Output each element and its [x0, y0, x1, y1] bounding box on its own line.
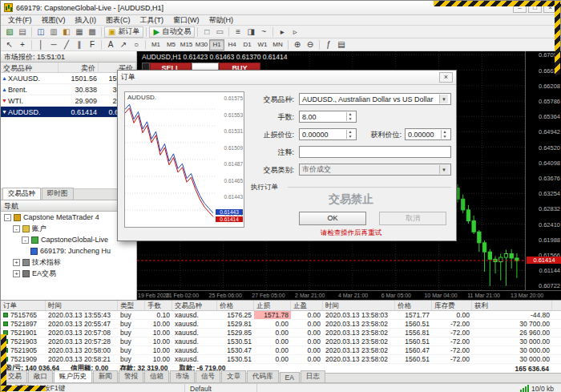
cursor-button[interactable]: ↖ — [3, 39, 16, 51]
tab-文章[interactable]: 文章 — [221, 370, 246, 382]
timeframe-m30[interactable]: M30 — [194, 39, 209, 51]
tree-item[interactable]: -Capstone MetaTrader 4 — [1, 212, 136, 223]
history-column-header[interactable]: 手数 — [145, 301, 172, 310]
tab-警报[interactable]: 警报 — [119, 370, 143, 382]
tab-信箱[interactable]: 信箱 — [144, 370, 169, 382]
order-type-select[interactable]: 市价成交 ▼ — [299, 164, 451, 176]
tab-敞口[interactable]: 敞口 — [28, 370, 53, 382]
menu-item[interactable]: 插入(I) — [71, 15, 102, 26]
history-column-header[interactable]: 时间 — [323, 301, 395, 310]
tab-信号[interactable]: 信号 — [196, 370, 220, 382]
navigator-button[interactable]: ◧ — [60, 26, 73, 38]
history-column-header[interactable]: 类型 — [118, 301, 145, 310]
profiles-button[interactable]: ▤ — [16, 26, 29, 38]
expander-minus-icon[interactable]: - — [13, 225, 20, 232]
chart-type-candles-button[interactable]: ◨ — [244, 26, 257, 38]
tab-EA[interactable]: EA — [280, 372, 300, 382]
expander-minus-icon[interactable]: - — [22, 236, 29, 244]
zoom-in-button[interactable]: ⊕ — [291, 39, 304, 51]
tab-代码库[interactable]: 代码库 — [247, 370, 279, 382]
expander-minus-icon[interactable]: - — [4, 214, 11, 221]
table-row[interactable]: 75218972020.03.13 20:55:47buy10.00xauusd… — [1, 320, 561, 329]
print-button[interactable]: ▭ — [213, 26, 226, 38]
chart-type-line-button[interactable]: ~ — [257, 26, 270, 38]
table-row[interactable]: 75219012020.03.13 20:57:08buy10.00xauusd… — [1, 329, 561, 337]
history-column-header[interactable]: 时间 — [46, 301, 118, 310]
tab-账户历史[interactable]: 账户历史 — [54, 370, 92, 382]
spinner-icon[interactable]: ▲▼ — [346, 130, 353, 139]
timeframe-m15[interactable]: M15 — [179, 39, 194, 51]
table-row[interactable]: 75219052020.03.13 20:58:00buy10.00xauusd… — [1, 346, 561, 355]
timeframe-m1[interactable]: M1 — [148, 39, 163, 51]
templates-button[interactable]: ▤ — [335, 39, 348, 51]
tree-item[interactable]: -CapstoneGlobal-Live — [1, 234, 136, 245]
shapes-button[interactable]: ○ — [130, 39, 143, 51]
dialog-close-icon[interactable]: × — [439, 72, 453, 83]
tree-item[interactable]: +EA交易 — [1, 268, 136, 279]
table-row[interactable]: 75219032020.03.13 20:57:28buy10.00xauusd… — [1, 337, 561, 346]
history-column-header[interactable]: 价格 — [217, 301, 254, 310]
price-axis[interactable]: 0.670520.666300.662080.657860.653640.649… — [525, 51, 561, 290]
tree-item[interactable]: +技术指标 — [1, 257, 136, 268]
timeframe-d1[interactable]: D1 — [240, 39, 255, 51]
text-label-button[interactable]: A — [104, 39, 117, 51]
channel-button[interactable]: ∥ — [73, 39, 86, 51]
tree-item[interactable]: 669179: Juncheng Hu — [1, 245, 136, 257]
menu-item[interactable]: 文件(F) — [3, 15, 37, 26]
new-order-button[interactable]: ▣新订单 — [104, 26, 143, 38]
menu-item[interactable]: 图表(C) — [101, 15, 135, 26]
autotrading-button[interactable]: ▶自动交易 — [149, 26, 195, 38]
tab-即时图[interactable]: 即时图 — [42, 188, 74, 200]
market-watch-row[interactable]: ▼WTI.29.90929.959 — [1, 95, 136, 107]
market-watch-button[interactable]: ◫ — [34, 26, 47, 38]
strategy-tester-button[interactable]: ▩ — [86, 26, 99, 38]
indicators-list-button[interactable]: ƒ — [322, 39, 335, 51]
table-row[interactable]: 75157652020.03.13 13:55:43buy0.10xauusd.… — [1, 311, 561, 320]
terminal-button[interactable]: ▦ — [73, 26, 86, 38]
fibonacci-button[interactable]: F — [86, 39, 99, 51]
volume-stepper[interactable]: 8.00 ▲▼ — [299, 111, 357, 123]
tab-市场[interactable]: 市场 — [170, 370, 195, 382]
menu-item[interactable]: 工具(T) — [135, 15, 169, 26]
table-row[interactable]: 75219092020.03.13 20:58:21buy10.00xauusd… — [1, 355, 561, 364]
timeframe-w1[interactable]: W1 — [255, 39, 270, 51]
ok-button[interactable]: OK — [299, 212, 366, 225]
tree-item[interactable]: -账户 — [1, 223, 136, 234]
spinner-icon[interactable]: ▲▼ — [441, 130, 448, 139]
new-chart-button[interactable]: ▧ — [3, 26, 16, 38]
tab-交易品种[interactable]: 交易品种 — [2, 188, 41, 200]
tab-新闻[interactable]: 新闻 — [93, 370, 118, 382]
tab-日志[interactable]: 日志 — [301, 370, 325, 382]
chart-shift-button[interactable]: ▹ — [289, 26, 301, 38]
arrows-tool-button[interactable]: ↗ — [117, 39, 130, 51]
timeframe-mn[interactable]: MN — [270, 39, 285, 51]
vertical-line-button[interactable]: │ — [34, 39, 47, 51]
zoom-out-button[interactable]: ⊖ — [304, 39, 317, 51]
timeframe-h4[interactable]: H4 — [224, 39, 240, 51]
menu-item[interactable]: 帮助(H) — [204, 15, 239, 26]
chart-type-bars-button[interactable]: ≡ — [232, 26, 244, 38]
market-watch-column-header[interactable]: 交易品种 — [1, 63, 59, 72]
history-column-header[interactable]: 止损 — [254, 301, 291, 310]
status-profile[interactable]: Default — [185, 384, 257, 392]
history-column-header[interactable]: 订单 — [1, 301, 46, 310]
history-column-header[interactable]: 价格 — [395, 301, 432, 310]
menu-item[interactable]: 视图(V) — [37, 15, 71, 26]
history-column-header[interactable]: 获利 — [472, 301, 552, 310]
crosshair-button[interactable]: + — [16, 39, 29, 51]
cancel-button[interactable]: 取消 — [379, 212, 446, 225]
expander-plus-icon[interactable]: + — [13, 270, 20, 277]
data-window-button[interactable]: ▥ — [47, 26, 60, 38]
menu-item[interactable]: 窗口(W) — [168, 15, 204, 26]
market-watch-row[interactable]: ▼AUDUSD.0.614140.61443 — [1, 107, 136, 118]
spinner-icon[interactable]: ▲▼ — [346, 112, 353, 121]
timeframe-h1[interactable]: H1 — [209, 39, 224, 51]
trend-line-button[interactable]: ╱ — [60, 39, 73, 51]
auto-scroll-button[interactable]: ▸ — [276, 26, 289, 38]
take-profit-field[interactable]: 0.00000 ▲▼ — [405, 128, 451, 140]
market-watch-row[interactable]: ▲Brent.30.83830.888 — [1, 84, 136, 95]
date-axis[interactable]: 19 Feb 202021 Feb 02:0025 Feb 06:0027 Fe… — [137, 290, 561, 300]
symbol-select[interactable]: AUDUSD., Australian Dollar vs US Dollar … — [299, 93, 451, 105]
comment-input[interactable] — [299, 146, 451, 158]
timeframe-m5[interactable]: M5 — [163, 39, 179, 51]
